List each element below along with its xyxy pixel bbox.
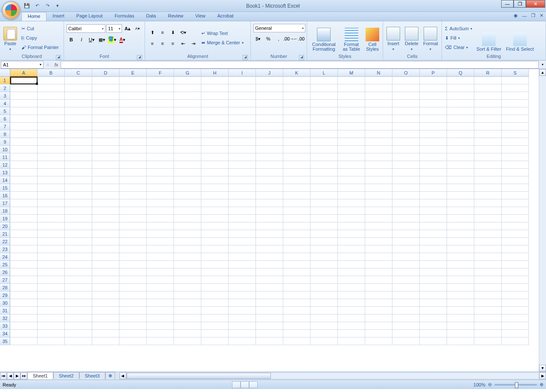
cell[interactable]	[283, 261, 311, 268]
cell[interactable]	[365, 77, 392, 84]
cell[interactable]	[119, 107, 147, 115]
cell[interactable]	[474, 100, 502, 107]
cell[interactable]	[10, 284, 38, 291]
cell[interactable]	[420, 314, 447, 322]
cell[interactable]	[65, 222, 92, 230]
cell[interactable]	[447, 291, 474, 299]
cell[interactable]	[119, 161, 147, 169]
cell[interactable]	[10, 322, 38, 330]
cell[interactable]	[338, 299, 365, 307]
cell[interactable]	[65, 261, 92, 268]
cell[interactable]	[10, 299, 38, 307]
cell[interactable]	[365, 84, 392, 92]
cell[interactable]	[119, 77, 147, 84]
font-size-combo[interactable]: 11▾	[106, 24, 122, 33]
cell[interactable]	[229, 77, 256, 84]
cell[interactable]	[229, 100, 256, 107]
cell[interactable]	[10, 138, 38, 146]
vertical-scrollbar[interactable]: ▲ ▼	[539, 69, 546, 372]
cell[interactable]	[174, 268, 201, 276]
cell[interactable]	[174, 138, 201, 146]
sort-filter-button[interactable]: Sort & Filter	[475, 23, 503, 52]
cell[interactable]	[10, 161, 38, 169]
column-header[interactable]: G	[174, 69, 201, 77]
cell[interactable]	[311, 146, 338, 153]
cell[interactable]	[392, 184, 420, 192]
cell[interactable]	[10, 153, 38, 161]
row-header[interactable]: 30	[0, 299, 10, 307]
column-header[interactable]: D	[92, 69, 119, 77]
cell[interactable]	[283, 161, 311, 169]
cell[interactable]	[365, 238, 392, 245]
cell[interactable]	[201, 123, 229, 130]
row-header[interactable]: 34	[0, 330, 10, 337]
cell[interactable]	[311, 330, 338, 337]
cell[interactable]	[92, 330, 119, 337]
row-header[interactable]: 32	[0, 314, 10, 322]
cell[interactable]	[92, 146, 119, 153]
find-select-button[interactable]: Find & Select	[504, 23, 535, 52]
cell[interactable]	[229, 314, 256, 322]
cell[interactable]	[420, 84, 447, 92]
cell[interactable]	[447, 253, 474, 261]
close-button[interactable]: ✕	[526, 0, 545, 8]
cell[interactable]	[38, 123, 65, 130]
column-header[interactable]: L	[311, 69, 338, 77]
cell[interactable]	[502, 107, 529, 115]
cell[interactable]	[420, 77, 447, 84]
cell[interactable]	[365, 161, 392, 169]
decrease-indent-icon[interactable]: ⇤	[178, 39, 188, 48]
cell[interactable]	[365, 146, 392, 153]
minimize-ribbon-icon[interactable]: —	[522, 13, 527, 18]
cell[interactable]	[502, 268, 529, 276]
cell[interactable]	[92, 176, 119, 184]
decrease-decimal-icon[interactable]: ←.00	[294, 34, 304, 43]
column-header[interactable]: S	[502, 69, 529, 77]
cell[interactable]	[201, 337, 229, 345]
cell[interactable]	[474, 230, 502, 238]
tab-home[interactable]: Home	[21, 12, 46, 21]
cell[interactable]	[92, 291, 119, 299]
cell[interactable]	[256, 153, 283, 161]
cell[interactable]	[311, 100, 338, 107]
cell[interactable]	[38, 199, 65, 207]
formula-bar[interactable]	[61, 61, 539, 69]
cell[interactable]	[311, 268, 338, 276]
dialog-launcher-icon[interactable]: ◢	[137, 55, 142, 60]
cell[interactable]	[283, 322, 311, 330]
row-header[interactable]: 26	[0, 268, 10, 276]
cell[interactable]	[119, 207, 147, 215]
cell[interactable]	[174, 307, 201, 314]
cell[interactable]	[119, 261, 147, 268]
cell[interactable]	[474, 314, 502, 322]
cell[interactable]	[338, 276, 365, 284]
cell[interactable]	[38, 245, 65, 253]
cell[interactable]	[119, 291, 147, 299]
cell[interactable]	[365, 253, 392, 261]
cell[interactable]	[338, 115, 365, 123]
cell[interactable]	[65, 245, 92, 253]
cell[interactable]	[447, 245, 474, 253]
cell[interactable]	[229, 107, 256, 115]
cell[interactable]	[283, 307, 311, 314]
cell[interactable]	[474, 253, 502, 261]
cell[interactable]	[338, 330, 365, 337]
cell[interactable]	[338, 153, 365, 161]
cell[interactable]	[365, 115, 392, 123]
cell[interactable]	[65, 146, 92, 153]
cell[interactable]	[420, 253, 447, 261]
cell[interactable]	[147, 276, 174, 284]
cell[interactable]	[38, 192, 65, 199]
cell[interactable]	[338, 291, 365, 299]
redo-icon[interactable]: ↷	[44, 2, 51, 10]
cell[interactable]	[420, 307, 447, 314]
cell[interactable]	[92, 192, 119, 199]
cell[interactable]	[420, 268, 447, 276]
format-painter-button[interactable]: 🖌Format Painter	[20, 43, 60, 52]
cell[interactable]	[338, 284, 365, 291]
cell[interactable]	[92, 222, 119, 230]
cell[interactable]	[502, 100, 529, 107]
cell[interactable]	[201, 146, 229, 153]
column-header[interactable]: B	[38, 69, 65, 77]
cell[interactable]	[65, 199, 92, 207]
